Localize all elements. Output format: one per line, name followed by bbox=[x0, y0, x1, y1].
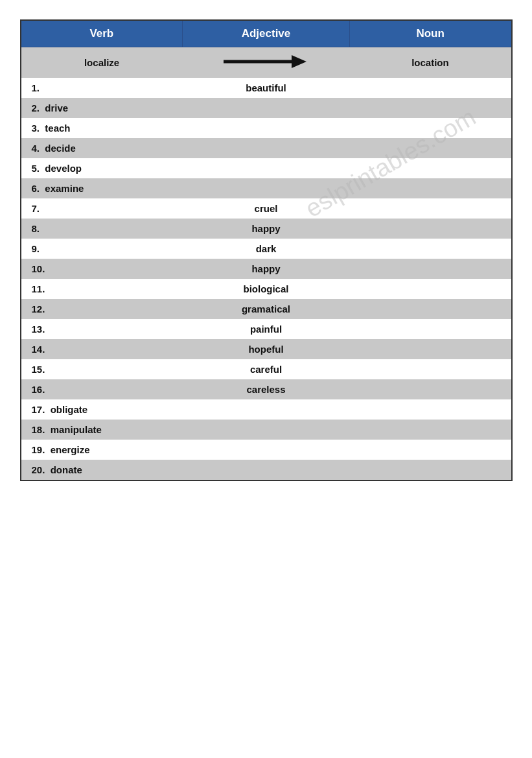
row-number: 14. bbox=[32, 344, 45, 355]
cell-adjective: painful bbox=[183, 319, 350, 339]
cell-noun bbox=[349, 420, 511, 440]
row-number: 18. manipulate bbox=[32, 424, 102, 435]
cell-verb: 10. bbox=[21, 259, 183, 279]
cell-verb: 11. bbox=[21, 279, 183, 299]
cell-verb: 4. decide bbox=[21, 138, 183, 158]
table-row: 10.happy bbox=[21, 259, 512, 279]
table-row: 6. examine bbox=[21, 178, 512, 198]
table-row: 18. manipulate bbox=[21, 420, 512, 440]
cell-noun bbox=[349, 319, 511, 339]
cell-noun bbox=[349, 118, 511, 138]
table-row: 16.careless bbox=[21, 379, 512, 399]
cell-noun bbox=[349, 399, 511, 420]
example-arrow-cell bbox=[183, 47, 350, 78]
cell-noun bbox=[349, 259, 511, 279]
table-row: 15.careful bbox=[21, 359, 512, 379]
header-adjective: Adjective bbox=[183, 20, 350, 47]
cell-verb: 6. examine bbox=[21, 178, 183, 198]
table-row: 20. donate bbox=[21, 460, 512, 480]
cell-adjective: hopeful bbox=[183, 339, 350, 359]
row-number: 3. teach bbox=[32, 123, 71, 134]
table-row: 14.hopeful bbox=[21, 339, 512, 359]
cell-verb: 20. donate bbox=[21, 460, 183, 480]
cell-verb: 16. bbox=[21, 379, 183, 399]
row-number: 11. bbox=[32, 283, 45, 294]
cell-noun bbox=[349, 78, 511, 98]
row-number: 8. bbox=[32, 223, 40, 234]
table-row: 19. energize bbox=[21, 440, 512, 460]
example-row: localize location bbox=[21, 47, 512, 78]
cell-adjective bbox=[183, 420, 350, 440]
worksheet-container: eslprintables.com Verb Adjective Noun lo… bbox=[20, 19, 513, 481]
table-row: 11.biological bbox=[21, 279, 512, 299]
cell-adjective: dark bbox=[183, 239, 350, 259]
arrow-icon bbox=[224, 53, 308, 71]
cell-noun bbox=[349, 98, 511, 118]
cell-adjective bbox=[183, 158, 350, 178]
row-number: 6. examine bbox=[32, 183, 84, 194]
cell-verb: 8. bbox=[21, 219, 183, 239]
cell-adjective bbox=[183, 138, 350, 158]
table-row: 2. drive bbox=[21, 98, 512, 118]
row-number: 13. bbox=[32, 324, 45, 335]
cell-adjective: happy bbox=[183, 259, 350, 279]
worksheet-table: Verb Adjective Noun localize location bbox=[20, 19, 513, 481]
cell-verb: 7. bbox=[21, 198, 183, 219]
cell-adjective bbox=[183, 399, 350, 420]
cell-noun bbox=[349, 379, 511, 399]
cell-adjective bbox=[183, 98, 350, 118]
row-number: 16. bbox=[32, 384, 45, 395]
table-row: 7.cruel bbox=[21, 198, 512, 219]
cell-verb: 13. bbox=[21, 319, 183, 339]
table-row: 5. develop bbox=[21, 158, 512, 178]
cell-noun bbox=[349, 239, 511, 259]
cell-adjective: happy bbox=[183, 219, 350, 239]
row-number: 15. bbox=[32, 364, 45, 375]
cell-adjective bbox=[183, 460, 350, 480]
row-number: 1. bbox=[32, 82, 40, 93]
cell-verb: 15. bbox=[21, 359, 183, 379]
cell-verb: 18. manipulate bbox=[21, 420, 183, 440]
table-row: 3. teach bbox=[21, 118, 512, 138]
row-number: 9. bbox=[32, 243, 40, 254]
cell-verb: 2. drive bbox=[21, 98, 183, 118]
row-number: 2. drive bbox=[32, 102, 69, 113]
cell-noun bbox=[349, 359, 511, 379]
table-row: 12.gramatical bbox=[21, 299, 512, 319]
cell-adjective: careless bbox=[183, 379, 350, 399]
cell-verb: 5. develop bbox=[21, 158, 183, 178]
table-row: 4. decide bbox=[21, 138, 512, 158]
cell-noun bbox=[349, 460, 511, 480]
table-header-row: Verb Adjective Noun bbox=[21, 20, 512, 47]
cell-adjective bbox=[183, 440, 350, 460]
cell-verb: 9. bbox=[21, 239, 183, 259]
table-row: 9.dark bbox=[21, 239, 512, 259]
table-row: 17. obligate bbox=[21, 399, 512, 420]
table-row: 13.painful bbox=[21, 319, 512, 339]
cell-noun bbox=[349, 178, 511, 198]
cell-noun bbox=[349, 440, 511, 460]
cell-adjective bbox=[183, 118, 350, 138]
row-number: 5. develop bbox=[32, 163, 82, 174]
cell-noun bbox=[349, 279, 511, 299]
example-noun: location bbox=[349, 47, 511, 78]
row-number: 12. bbox=[32, 303, 45, 314]
cell-verb: 3. teach bbox=[21, 118, 183, 138]
cell-verb: 17. obligate bbox=[21, 399, 183, 420]
row-number: 19. energize bbox=[32, 444, 90, 455]
cell-adjective: cruel bbox=[183, 198, 350, 219]
table-row: 8.happy bbox=[21, 219, 512, 239]
row-number: 17. obligate bbox=[32, 404, 88, 415]
svg-marker-1 bbox=[292, 55, 306, 68]
example-verb: localize bbox=[21, 47, 183, 78]
cell-noun bbox=[349, 219, 511, 239]
cell-noun bbox=[349, 158, 511, 178]
cell-adjective bbox=[183, 178, 350, 198]
table-row: 1.beautiful bbox=[21, 78, 512, 98]
row-number: 20. donate bbox=[32, 464, 82, 475]
cell-noun bbox=[349, 339, 511, 359]
cell-verb: 19. energize bbox=[21, 440, 183, 460]
cell-noun bbox=[349, 198, 511, 219]
cell-adjective: biological bbox=[183, 279, 350, 299]
row-number: 10. bbox=[32, 263, 45, 274]
